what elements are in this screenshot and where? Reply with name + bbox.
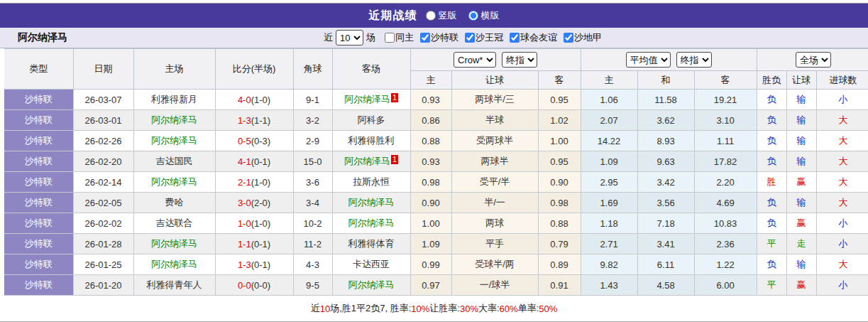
- summary-text: 近: [311, 302, 320, 315]
- cell-corners: 11-2: [293, 234, 332, 254]
- cell-avg-draw: 8.93: [637, 131, 694, 151]
- cell-odds-home: 0.90: [410, 193, 451, 213]
- cell-score: 1-3(1-1): [215, 110, 293, 131]
- league-filter-label: 球会友谊: [520, 31, 557, 44]
- score-halftime: (1-0): [251, 218, 270, 229]
- league-filter-item[interactable]: 同主: [378, 31, 414, 44]
- cell-result: 平: [757, 275, 786, 296]
- avg-select[interactable]: 平均值: [626, 52, 671, 68]
- league-filter-checkbox-3[interactable]: [510, 33, 520, 43]
- team-name: 阿尔纳泽马: [348, 279, 395, 290]
- cell-goals: 大: [816, 254, 868, 275]
- cell-league: 沙特联: [2, 213, 73, 234]
- summary-text: 让胜率:: [429, 302, 460, 315]
- header-away: 客场: [332, 49, 410, 90]
- odds-provider-select[interactable]: Crow*: [454, 52, 496, 68]
- avg-type-select[interactable]: 终指: [676, 52, 712, 68]
- cell-result: 胜: [757, 172, 786, 193]
- team-name: 阿尔纳泽马: [151, 135, 197, 146]
- subheader-avg-home: 主: [581, 71, 637, 90]
- cell-league: 沙特联: [2, 110, 73, 131]
- cell-result: 负: [757, 254, 786, 275]
- cell-odds-home: 0.93: [410, 90, 451, 110]
- header-home: 主场: [133, 49, 215, 90]
- team-name: 费哈: [165, 197, 184, 208]
- match-count-select[interactable]: 10: [336, 30, 363, 45]
- league-filter-checkbox-0[interactable]: [385, 33, 395, 43]
- league-filter-item[interactable]: 沙特联: [414, 31, 458, 44]
- cell-avg-away: 2.36: [694, 234, 757, 254]
- cell-handicap: 半/一: [451, 193, 538, 213]
- cell-away-team: 阿尔纳泽马1: [332, 151, 410, 172]
- cell-goals: 大: [816, 193, 868, 213]
- cell-score: 4-0(1-0): [215, 90, 293, 110]
- score-fulltime: 0-5: [238, 136, 251, 146]
- cell-handicap: 平手: [451, 234, 538, 254]
- cell-handicap: 受球半/两: [451, 254, 538, 275]
- results-table: 类型 日期 主场 比分(半场) 角球 客场 Crow* 终指: [0, 48, 868, 296]
- team-name: 利雅得青年人: [147, 279, 202, 290]
- layout-radio-0[interactable]: [426, 11, 436, 21]
- subheader-result: 胜负: [757, 71, 786, 90]
- table-row: 沙特联26-02-26阿尔纳泽马0-5(0-3)2-9利雅得胜利0.88受两球半…: [2, 131, 868, 151]
- cell-corners: 9-1: [293, 90, 332, 110]
- table-row: 沙特联26-03-01阿尔纳泽马1-3(1-1)3-2阿科多0.86半球1.02…: [2, 110, 868, 131]
- title-bar: 近期战绩 竖版横版: [0, 4, 868, 28]
- layout-radio-item[interactable]: 竖版: [426, 9, 457, 22]
- cell-handicap-result: 赢: [786, 213, 816, 234]
- header-type: 类型: [2, 49, 73, 90]
- table-row: 沙特联26-02-05费哈3-0(2-0)3-4阿尔纳泽马0.90半/一0.98…: [2, 193, 868, 213]
- filter-controls: 近 10 场 同主沙特联沙王冠球会友谊沙地甲: [321, 30, 602, 45]
- rank-badge: 1: [391, 155, 398, 164]
- cell-odds-away: 1.00: [538, 131, 581, 151]
- cell-odds-home: 1.00: [410, 213, 451, 234]
- cell-away-team: 利雅得体育: [332, 234, 410, 254]
- cell-odds-home: 0.97: [410, 275, 451, 296]
- cell-corners: 15-0: [293, 151, 332, 172]
- cell-avg-home: 2.07: [581, 110, 637, 131]
- league-filter-item[interactable]: 沙地甲: [557, 31, 602, 44]
- cell-handicap-result: 输: [786, 90, 816, 110]
- cell-odds-home: 0.99: [410, 254, 451, 275]
- layout-radio-item[interactable]: 横版: [468, 9, 500, 22]
- team-name: 卡达西亚: [353, 259, 390, 269]
- cell-goals: 小: [816, 90, 868, 110]
- cell-away-team: 阿尔纳泽马: [332, 275, 410, 296]
- cell-result: 负: [757, 193, 786, 213]
- league-checkbox-group: 同主沙特联沙王冠球会友谊沙地甲: [378, 31, 602, 44]
- cell-handicap-result: 输: [786, 193, 816, 213]
- cell-handicap-result: 输: [786, 254, 816, 275]
- league-filter-checkbox-1[interactable]: [420, 33, 430, 43]
- cell-corners: 4-3: [293, 254, 332, 275]
- cell-avg-draw: 3.41: [637, 234, 694, 254]
- cell-score: 3-0(2-0): [215, 193, 293, 213]
- cell-handicap: 一/球半: [451, 275, 538, 296]
- cell-avg-home: 9.82: [581, 254, 637, 275]
- cell-league: 沙特联: [2, 131, 73, 151]
- near-label: 近: [324, 31, 333, 44]
- odds-type-select[interactable]: 终指: [502, 52, 537, 68]
- summary-stat-value: 30%: [460, 304, 478, 314]
- cell-avg-draw: 3.42: [637, 172, 694, 193]
- cell-avg-away: 4.69: [694, 193, 757, 213]
- scope-select[interactable]: 全场: [796, 52, 831, 68]
- layout-radio-1[interactable]: [468, 11, 478, 21]
- score-halftime: (1-1): [251, 115, 270, 126]
- cell-avg-home: 2.71: [581, 234, 637, 254]
- cell-home-team: 利雅得青年人: [133, 275, 215, 296]
- cell-avg-home: 1.43: [581, 275, 637, 296]
- league-filter-item[interactable]: 沙王冠: [458, 31, 503, 44]
- cell-date: 26-03-01: [73, 110, 133, 131]
- league-filter-checkbox-4[interactable]: [564, 33, 573, 43]
- table-row: 沙特联26-02-14阿尔纳泽马2-1(1-0)3-6拉斯永恒0.98受平/半0…: [2, 172, 868, 193]
- cell-goals: 大: [816, 110, 868, 131]
- league-filter-item[interactable]: 球会友谊: [503, 31, 557, 44]
- avg-controls-cell: 平均值 终指: [581, 49, 757, 71]
- cell-goals: 大: [816, 151, 868, 172]
- league-filter-checkbox-2[interactable]: [465, 33, 475, 43]
- cell-corners: 9-5: [293, 275, 332, 296]
- cell-odds-away: 0.95: [538, 151, 581, 172]
- odds-controls-cell: Crow* 终指: [410, 49, 581, 71]
- cell-home-team: 阿尔纳泽马: [133, 254, 215, 275]
- cell-avg-away: 10.83: [694, 213, 757, 234]
